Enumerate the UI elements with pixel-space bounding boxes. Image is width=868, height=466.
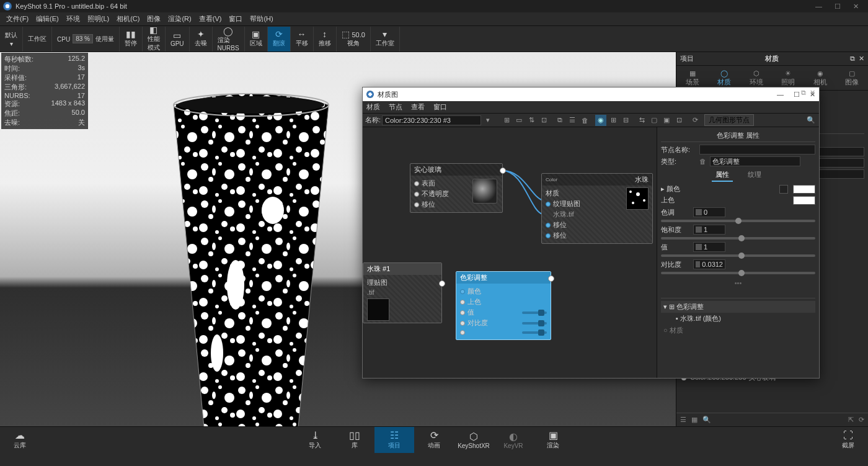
node-color-adjust[interactable]: 色彩调整 颜色 上色 值 对比度	[456, 271, 551, 340]
mg-tool-13[interactable]: ▣	[661, 115, 672, 126]
mg-maximize[interactable]: ☐	[794, 91, 800, 99]
menu-light[interactable]: 照明(L)	[84, 13, 112, 25]
menu-file[interactable]: 文件(F)	[3, 13, 32, 25]
color-pattern[interactable]	[779, 185, 788, 194]
screenshot-button[interactable]: ⛶截屏	[828, 427, 868, 453]
tree-item-0[interactable]: ▾ ⊞ 色彩调整	[661, 301, 815, 313]
mg-tool-3[interactable]: ⇅	[526, 115, 537, 126]
denoise-button[interactable]: ✦去噪	[190, 27, 213, 52]
menu-render[interactable]: 渲染(R)	[165, 13, 194, 25]
val-slider[interactable]	[661, 254, 815, 257]
tab-camera[interactable]: ◉相机	[808, 68, 832, 88]
mg-tool-4[interactable]: ⊡	[538, 115, 549, 126]
fov-button[interactable]: ⬚ 50.0视角	[337, 27, 371, 52]
menu-view[interactable]: 查看(V)	[196, 13, 225, 25]
refresh-icon[interactable]: ⟳	[859, 416, 864, 424]
mg-menu-view[interactable]: 查看	[411, 102, 425, 112]
mg-tool-5[interactable]: ⧉	[554, 115, 565, 126]
title-text: KeyShot 9.1 Pro - untitled.bip - 64 bit	[16, 2, 127, 10]
menu-help[interactable]: 帮助(H)	[247, 13, 276, 25]
color-swatch-prop[interactable]	[793, 185, 815, 194]
external-icon[interactable]: ⇱	[848, 416, 854, 424]
project-label[interactable]: 项目	[680, 54, 694, 63]
nurbs-button[interactable]: ◯渲染 NURBS	[213, 27, 245, 52]
mg-tool-2[interactable]: ▭	[513, 115, 525, 126]
cpu-usage[interactable]: CPU 83 % 使用量	[52, 27, 120, 52]
mg-tool-1[interactable]: ⊞	[501, 115, 512, 126]
tumble-button[interactable]: ⟳翻滚	[268, 27, 291, 52]
mg-canvas[interactable]: 实心玻璃 表面 不透明度 移位 Color水珠 材质 纹理贴图	[363, 127, 657, 378]
pan-button[interactable]: ↔平移	[291, 27, 314, 52]
tree-item-1[interactable]: ▪ 水珠.tif (颜色)	[661, 313, 815, 325]
tab-environment[interactable]: ⬡环境	[745, 68, 768, 88]
minimize-button[interactable]: —	[815, 2, 822, 11]
type-input[interactable]	[710, 156, 800, 166]
tab-image[interactable]: ▢图像	[840, 68, 864, 88]
popout-icon[interactable]: ⧉	[850, 55, 855, 63]
menu-window[interactable]: 窗口	[226, 13, 246, 25]
tree-item-2[interactable]: ○ 材质	[661, 325, 815, 336]
default-button[interactable]: 默认▾	[0, 27, 23, 52]
project-button[interactable]: ☷项目	[374, 427, 414, 453]
list-view-icon[interactable]: ☰	[680, 416, 686, 424]
menu-camera[interactable]: 相机(C)	[113, 13, 143, 25]
mg-name-input[interactable]	[382, 115, 481, 125]
render-button[interactable]: ▣渲染	[533, 427, 573, 453]
menu-env[interactable]: 环境	[63, 13, 83, 25]
mg-tool-10[interactable]: ⊟	[620, 115, 631, 126]
studio-button[interactable]: ▾工作室	[371, 27, 400, 52]
keyshotxr-button[interactable]: ⬡KeyShotXR	[454, 427, 494, 453]
mg-tool-8[interactable]: ◉	[595, 115, 606, 126]
close-panel-icon[interactable]: ✕	[859, 55, 864, 63]
import-button[interactable]: ⤓导入	[295, 427, 335, 453]
node-material-root[interactable]: Color水珠 材质 纹理贴图 水珠.tif 移位 移位	[541, 173, 653, 244]
node-solid-glass[interactable]: 实心玻璃 表面 不透明度 移位	[410, 163, 503, 213]
mg-tool-12[interactable]: ▢	[649, 115, 660, 126]
perfmode-button[interactable]: ◧性能 模式	[143, 27, 166, 52]
mg-geo-button[interactable]: 几何图形节点	[704, 114, 754, 126]
props-tab-tex[interactable]: 纹理	[744, 169, 765, 182]
tab-lighting[interactable]: ☀照明	[776, 68, 800, 88]
mg-search-icon[interactable]: 🔍	[805, 115, 817, 126]
tab-material[interactable]: ◯材质	[712, 68, 736, 88]
mg-tool-11[interactable]: ⇆	[636, 115, 647, 126]
mg-menu-node[interactable]: 节点	[389, 102, 402, 112]
animation-button[interactable]: ⟳动画	[414, 427, 454, 453]
mg-tool-9[interactable]: ⊞	[608, 115, 619, 126]
dolly-button[interactable]: ↕推移	[314, 27, 337, 52]
mg-titlebar[interactable]: 材质图 — ☐ ✕	[363, 87, 819, 101]
grid-view-icon[interactable]: ▦	[691, 416, 698, 424]
library-button[interactable]: ▯▯库	[335, 427, 374, 453]
delete-icon[interactable]: 🗑	[699, 158, 706, 165]
keyvr-button[interactable]: ◐KeyVR	[494, 427, 533, 453]
tint-swatch[interactable]	[793, 196, 815, 205]
mg-tool-refresh[interactable]: ⟳	[689, 115, 701, 126]
mg-dropdown-icon[interactable]: ▾	[482, 115, 494, 126]
props-tab-attr[interactable]: 属性	[712, 169, 733, 182]
sat-slider[interactable]	[661, 237, 815, 240]
mg-menu-mat[interactable]: 材质	[366, 102, 380, 112]
pause-button[interactable]: ▮▮暂停	[120, 27, 143, 52]
mg-tool-6[interactable]: ☰	[567, 115, 578, 126]
tab-scene[interactable]: ▦场景	[681, 68, 704, 88]
node-texture-map[interactable]: 水珠 #1 理贴图 .tif	[363, 262, 442, 323]
mg-properties: ⧉✕ 色彩调整 属性 节点名称: 类型: 🗑 属性 纹理 ▸ 颜色 上色 色调 …	[657, 127, 819, 378]
cloud-button[interactable]: ☁云库	[0, 427, 40, 453]
region-button[interactable]: ▣区域	[245, 27, 268, 52]
mg-tool-7[interactable]: 🗑	[579, 115, 590, 126]
gpu-button[interactable]: ▭GPU	[166, 27, 190, 52]
con-slider[interactable]	[661, 272, 815, 274]
mg-minimize[interactable]: —	[777, 91, 784, 99]
menu-image[interactable]: 图像	[144, 13, 164, 25]
search-icon[interactable]: 🔍	[702, 416, 711, 424]
more-icon[interactable]: •••	[661, 279, 815, 287]
maximize-button[interactable]: ☐	[835, 2, 841, 11]
node-name-input[interactable]	[699, 145, 815, 155]
hue-slider[interactable]	[661, 220, 815, 222]
workspace-button[interactable]: 工作区	[23, 27, 52, 52]
close-button[interactable]: ✕	[853, 2, 859, 11]
titlebar: KeyShot 9.1 Pro - untitled.bip - 64 bit …	[0, 0, 868, 12]
mg-menu-window[interactable]: 窗口	[433, 102, 447, 112]
menu-edit[interactable]: 编辑(E)	[33, 13, 62, 25]
mg-tool-14[interactable]: ⊡	[673, 115, 684, 126]
